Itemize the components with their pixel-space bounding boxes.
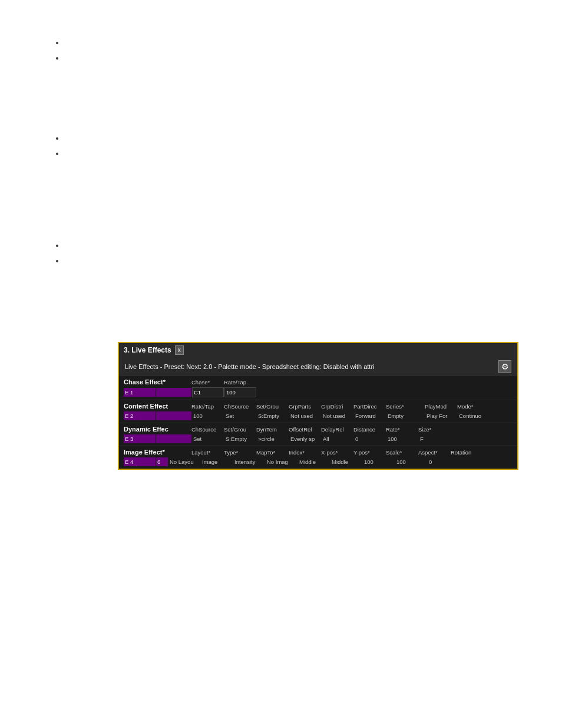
content-val-3: Not used	[289, 411, 321, 420]
page-content	[0, 0, 562, 322]
image-val-3: No Imag	[266, 457, 297, 466]
dynamic-val-6: 100	[386, 434, 418, 443]
image-val-7: 100	[395, 457, 427, 466]
dynamic-e-id: E 3	[124, 434, 156, 443]
content-val-8: Play For	[425, 411, 457, 420]
dynamic-effect-section: Dynamic Effec ChSource Set/Grou DynTem O…	[119, 423, 517, 446]
content-col-9: Mode*	[456, 403, 488, 410]
dynamic-col-1: Set/Grou	[223, 426, 254, 433]
chase-val-0[interactable]: C1	[192, 387, 224, 397]
bullet-item	[65, 238, 515, 253]
chase-effect-values: E 1 C1 100	[124, 387, 513, 397]
dynamic-col-5: Distance	[352, 426, 384, 433]
panel-info-text: Live Effects - Preset: Next: 2.0 - Palet…	[125, 363, 375, 370]
content-effect-section: Content Effect Rate/Tap ChSource Set/Gro…	[119, 400, 517, 423]
dynamic-val-3: Evenly sp	[289, 434, 321, 443]
image-col-0: Layout*	[190, 449, 222, 456]
bullet-item	[65, 253, 515, 269]
image-effect-header: Image Effect* Layout* Type* MapTo* Index…	[124, 449, 513, 456]
chase-effect-label: Chase Effect*	[124, 378, 186, 386]
content-col-8: PlayMod	[424, 403, 455, 410]
dynamic-col-4: DelayRel	[320, 426, 352, 433]
chase-col-0: Chase*	[190, 379, 222, 386]
content-col-0: Rate/Tap	[190, 403, 222, 410]
live-effects-panel: 3. Live Effects x Live Effects - Preset:…	[118, 342, 518, 470]
image-col-1: Type*	[223, 449, 254, 456]
image-col-2: MapTo*	[255, 449, 287, 456]
dynamic-val-1: S:Empty	[224, 434, 256, 443]
image-e-id: E 4	[124, 457, 156, 466]
image-val-4: Middle	[298, 457, 330, 466]
content-val-6: Empty	[386, 411, 418, 420]
content-col-3: GrpParts	[287, 403, 319, 410]
image-val-6: 100	[363, 457, 395, 466]
bullet-item	[65, 146, 515, 162]
image-val-5: Middle	[330, 457, 362, 466]
image-col-8: Rotation	[449, 449, 481, 456]
dynamic-effect-label: Dynamic Effec	[124, 426, 186, 433]
dynamic-val-2: >circle	[257, 434, 289, 443]
image-col-6: Scale*	[385, 449, 416, 456]
content-col-4: GrpDistri	[320, 403, 352, 410]
content-val-4: Not used	[322, 411, 353, 420]
content-col-6: Series*	[385, 403, 416, 410]
image-effect-label: Image Effect*	[124, 449, 186, 456]
bullet-item	[65, 131, 515, 146]
content-effect-values: E 2 100 Set S:Empty Not used Not used Fo…	[124, 411, 513, 420]
content-val-9: Continuo	[458, 411, 490, 420]
content-col-7	[417, 403, 423, 410]
image-val-8: 0	[428, 457, 459, 466]
image-col-5: Y-pos*	[352, 449, 384, 456]
dynamic-effect-values: E 3 Set S:Empty >circle Evenly sp All 0 …	[124, 434, 513, 443]
image-effect-section: Image Effect* Layout* Type* MapTo* Index…	[119, 446, 517, 469]
image-col-7: Aspect*	[417, 449, 449, 456]
dynamic-col-headers: ChSource Set/Grou DynTem OffsetRel Delay…	[190, 426, 513, 433]
content-val-1: Set	[224, 411, 256, 420]
dynamic-col-7: Size*	[417, 426, 449, 433]
chase-effect-header: Chase Effect* Chase* Rate/Tap	[124, 378, 513, 386]
content-col-2: Set/Grou	[255, 403, 287, 410]
content-effect-label: Content Effect	[124, 403, 186, 410]
image-col-headers: Layout* Type* MapTo* Index* X-pos* Y-pos…	[190, 449, 513, 456]
dynamic-val-0: Set	[192, 434, 224, 443]
dynamic-effect-header: Dynamic Effec ChSource Set/Grou DynTem O…	[124, 426, 513, 433]
image-col-3: Index*	[287, 449, 319, 456]
image-e-extra: 6	[156, 457, 168, 466]
content-e-id: E 2	[124, 411, 156, 420]
panel-title: 3. Live Effects	[124, 346, 171, 354]
content-col-headers: Rate/Tap ChSource Set/Grou GrpParts GrpD…	[190, 403, 513, 410]
image-val-0: No Layou	[168, 457, 200, 466]
image-col-4: X-pos*	[320, 449, 352, 456]
panel-info-bar: Live Effects - Preset: Next: 2.0 - Palet…	[119, 357, 517, 376]
chase-effect-section: Chase Effect* Chase* Rate/Tap E 1 C1 100	[119, 376, 517, 400]
bullet-group-2	[47, 131, 515, 162]
dynamic-val-4: All	[322, 434, 353, 443]
dynamic-col-6: Rate*	[385, 426, 416, 433]
bullet-item	[65, 51, 515, 66]
chase-col-1: Rate/Tap	[223, 379, 254, 386]
dynamic-val-7: F	[419, 434, 451, 443]
bullet-item	[65, 35, 515, 51]
content-val-0: 100	[192, 411, 224, 420]
dynamic-purple-bar	[156, 434, 191, 443]
chase-purple-bar	[156, 388, 191, 397]
gear-button[interactable]: ⚙	[498, 360, 511, 373]
dynamic-col-3: OffsetRel	[287, 426, 319, 433]
content-val-5: Forward	[354, 411, 386, 420]
content-purple-bar	[156, 411, 191, 420]
content-val-7	[419, 415, 425, 417]
bullet-group-3	[47, 238, 515, 269]
content-col-5: PartDirec	[352, 403, 384, 410]
content-effect-header: Content Effect Rate/Tap ChSource Set/Gro…	[124, 403, 513, 410]
image-effect-values: E 4 6 No Layou Image Intensity No Imag M…	[124, 457, 513, 466]
panel-close-button[interactable]: x	[175, 345, 184, 355]
dynamic-col-2: DynTem	[255, 426, 287, 433]
chase-val-1[interactable]: 100	[224, 387, 256, 397]
image-val-2: Intensity	[233, 457, 265, 466]
content-col-1: ChSource	[223, 403, 254, 410]
dynamic-val-5: 0	[354, 434, 386, 443]
chase-col-headers: Chase* Rate/Tap	[190, 379, 513, 386]
bullet-group-1	[47, 35, 515, 66]
chase-e-id: E 1	[124, 388, 156, 397]
panel-titlebar: 3. Live Effects x	[119, 343, 517, 357]
